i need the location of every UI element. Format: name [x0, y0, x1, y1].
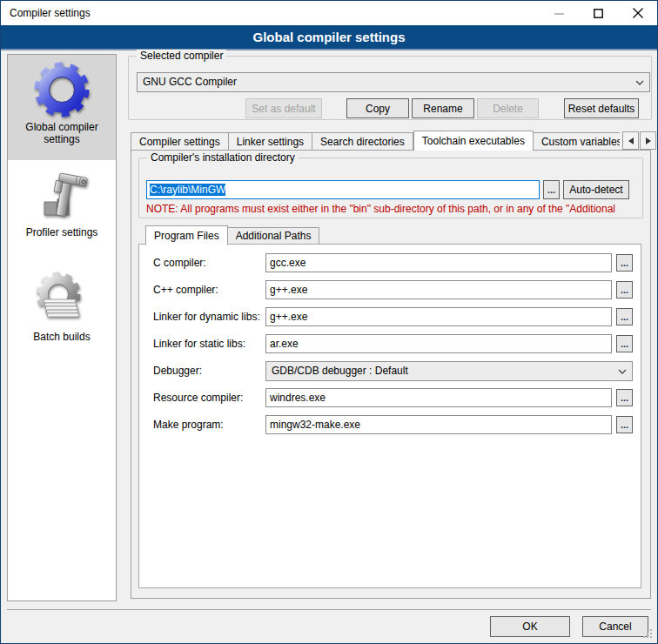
rename-button[interactable]: Rename	[412, 98, 474, 118]
chevron-down-icon	[635, 80, 644, 85]
gear-stack-icon	[34, 272, 90, 327]
auto-detect-button[interactable]: Auto-detect	[563, 180, 629, 199]
gear-blue-icon	[34, 62, 90, 117]
installation-directory-group: Compiler's installation directory C:\ray…	[138, 158, 643, 218]
field-row: C compiler: ...	[139, 253, 641, 272]
minimize-button[interactable]	[540, 1, 579, 25]
sidebar-item-global-compiler-settings[interactable]: Global compiler settings	[8, 55, 116, 160]
field-label: C++ compiler:	[153, 280, 218, 299]
titlebar: Compiler settings	[1, 1, 657, 25]
debugger-select-value: GDB/CDB debugger : Default	[272, 365, 408, 377]
field-row: Linker for dynamic libs: ...	[139, 307, 641, 326]
c-compiler-input[interactable]	[265, 253, 612, 272]
tab-scroll-left-button[interactable]	[622, 131, 639, 150]
tab-additional-paths[interactable]: Additional Paths	[228, 227, 320, 245]
tab-scroll-buttons	[621, 131, 656, 150]
make-program-browse-button[interactable]: ...	[616, 416, 633, 433]
selected-compiler-group: Selected compiler GNU GCC Compiler Set a…	[128, 56, 652, 120]
program-files-tabstrip: Program Files Additional Paths	[145, 225, 319, 245]
make-program-input[interactable]	[265, 415, 612, 434]
footer-divider	[7, 609, 651, 610]
reset-defaults-button[interactable]: Reset defaults	[564, 98, 639, 118]
maximize-icon	[594, 9, 603, 18]
debugger-select[interactable]: GDB/CDB debugger : Default	[265, 361, 633, 381]
installation-directory-browse-button[interactable]: ...	[543, 180, 560, 199]
field-label: Linker for static libs:	[153, 334, 245, 353]
sidebar-item-batch-builds[interactable]: Batch builds	[8, 265, 116, 371]
tab-scroll-right-button[interactable]	[640, 131, 656, 150]
compiler-settings-dialog: Compiler settings Global compiler settin…	[0, 0, 658, 644]
toolchain-executables-page: Compiler's installation directory C:\ray…	[131, 150, 651, 599]
caliper-icon	[34, 167, 90, 223]
field-row: Resource compiler: ...	[139, 388, 641, 407]
c-compiler-browse-button[interactable]: ...	[616, 254, 633, 272]
sidebar-item-label: Profiler settings	[10, 225, 114, 244]
field-label: C compiler:	[153, 253, 206, 272]
dynamic-linker-browse-button[interactable]: ...	[616, 308, 633, 325]
dialog-content: Global compiler settings	[1, 50, 657, 643]
compiler-select[interactable]: GNU GCC Compiler	[137, 72, 650, 92]
sidebar-item-profiler-settings[interactable]: Profiler settings	[8, 160, 116, 265]
tab-toolchain-executables[interactable]: Toolchain executables	[413, 131, 534, 151]
field-row: C++ compiler: ...	[139, 280, 641, 299]
resource-compiler-browse-button[interactable]: ...	[616, 389, 633, 406]
chevron-down-icon	[618, 369, 627, 374]
field-row: Make program: ...	[139, 415, 641, 434]
minimize-icon	[554, 9, 564, 18]
installation-directory-value: C:\raylib\MinGW	[150, 184, 225, 196]
cpp-compiler-input[interactable]	[265, 280, 612, 299]
tab-linker-settings[interactable]: Linker settings	[229, 132, 312, 151]
close-icon	[633, 8, 643, 18]
selected-compiler-group-label: Selected compiler	[137, 50, 226, 62]
maximize-button[interactable]	[579, 1, 618, 25]
installation-directory-note: NOTE: All programs must exist either in …	[146, 203, 639, 215]
sidebar-item-label: Global compiler settings	[10, 119, 114, 151]
settings-category-list: Global compiler settings	[7, 54, 117, 601]
dynamic-linker-input[interactable]	[265, 307, 612, 326]
sidebar-item-label: Batch builds	[10, 329, 114, 348]
field-row: Debugger: GDB/CDB debugger : Default	[139, 361, 641, 380]
settings-tabstrip: Compiler settings Linker settings Search…	[131, 129, 620, 151]
tab-compiler-settings[interactable]: Compiler settings	[131, 132, 229, 151]
tab-program-files[interactable]: Program Files	[145, 225, 228, 245]
caption-buttons	[540, 1, 657, 25]
arrow-right-icon	[646, 138, 651, 144]
window-title: Compiler settings	[1, 7, 91, 19]
page-title: Global compiler settings	[1, 25, 657, 50]
set-as-default-button[interactable]: Set as default	[245, 98, 322, 118]
ok-button[interactable]: OK	[490, 616, 570, 637]
field-label: Linker for dynamic libs:	[153, 307, 260, 326]
field-label: Make program:	[153, 415, 224, 434]
resize-grip[interactable]	[643, 629, 654, 640]
static-linker-browse-button[interactable]: ...	[616, 335, 633, 352]
compiler-select-value: GNU GCC Compiler	[143, 76, 237, 88]
program-files-panel: C compiler: ... C++ compiler: ... Linker…	[138, 244, 641, 588]
cancel-button[interactable]: Cancel	[582, 616, 648, 637]
arrow-left-icon	[628, 138, 634, 144]
cpp-compiler-browse-button[interactable]: ...	[616, 281, 633, 299]
field-label: Resource compiler:	[153, 388, 243, 407]
resource-compiler-input[interactable]	[265, 388, 612, 407]
installation-directory-group-label: Compiler's installation directory	[147, 151, 299, 164]
static-linker-input[interactable]	[265, 334, 612, 353]
installation-directory-input[interactable]: C:\raylib\MinGW	[146, 180, 540, 199]
tab-custom-variables[interactable]: Custom variables	[534, 132, 620, 151]
field-row: Linker for static libs: ...	[139, 334, 641, 353]
tab-search-directories[interactable]: Search directories	[312, 132, 413, 151]
field-label: Debugger:	[153, 361, 202, 380]
copy-button[interactable]: Copy	[346, 98, 409, 118]
close-button[interactable]	[618, 1, 657, 25]
delete-button[interactable]: Delete	[477, 98, 539, 118]
